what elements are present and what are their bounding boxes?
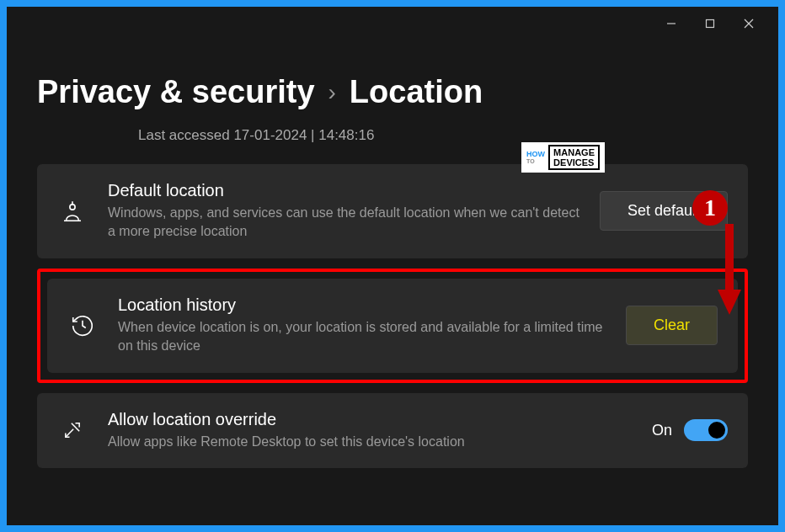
override-toggle[interactable] xyxy=(684,419,728,441)
svg-point-4 xyxy=(70,205,75,210)
breadcrumb-parent[interactable]: Privacy & security xyxy=(37,74,315,110)
toggle-knob xyxy=(708,422,725,439)
settings-window: Privacy & security › Location Last acces… xyxy=(7,7,778,525)
svg-line-6 xyxy=(66,429,73,437)
last-accessed-row: Last accessed 17-01-2024 | 14:48:16 HOW … xyxy=(138,127,748,144)
titlebar xyxy=(7,7,778,40)
location-history-title: Location history xyxy=(118,295,606,315)
location-pin-icon xyxy=(57,196,88,226)
watermark-to: TO xyxy=(526,158,545,164)
svg-marker-9 xyxy=(718,290,741,315)
allow-override-row: Allow location override Allow apps like … xyxy=(37,393,748,468)
svg-rect-8 xyxy=(725,224,734,291)
default-location-text: Default location Windows, apps, and serv… xyxy=(108,181,579,242)
location-history-desc: When device location is on, your locatio… xyxy=(118,318,606,356)
allow-override-title: Allow location override xyxy=(108,410,632,429)
allow-override-desc: Allow apps like Remote Desktop to set th… xyxy=(108,433,632,451)
last-accessed-text: Last accessed 17-01-2024 | 14:48:16 xyxy=(138,127,374,144)
breadcrumb: Privacy & security › Location xyxy=(37,74,748,110)
toggle-state-label: On xyxy=(652,422,672,439)
default-location-desc: Windows, apps, and services can use the … xyxy=(108,204,579,242)
minimize-button[interactable] xyxy=(652,10,691,37)
watermark-line2: DEVICES xyxy=(553,157,595,168)
close-button[interactable] xyxy=(729,10,768,37)
history-icon xyxy=(67,311,98,341)
default-location-row: Default location Windows, apps, and serv… xyxy=(37,164,748,258)
maximize-button[interactable] xyxy=(691,10,729,37)
location-history-row: Location history When device location is… xyxy=(47,279,738,373)
content-area: Privacy & security › Location Last acces… xyxy=(7,74,778,468)
page-title: Location xyxy=(350,74,483,110)
allow-override-text: Allow location override Allow apps like … xyxy=(108,410,632,451)
chevron-right-icon: › xyxy=(328,79,336,106)
location-history-text: Location history When device location is… xyxy=(118,295,606,356)
default-location-title: Default location xyxy=(108,181,579,200)
watermark-badge: HOW TO MANAGE DEVICES xyxy=(521,142,605,173)
watermark-how: HOW xyxy=(526,151,545,158)
annotation-arrow-icon xyxy=(714,224,745,320)
annotation-number-1: 1 xyxy=(692,190,728,226)
watermark-line1: MANAGE xyxy=(553,147,595,157)
override-icon xyxy=(57,415,88,445)
clear-button[interactable]: Clear xyxy=(626,306,718,345)
toggle-container: On xyxy=(652,419,728,441)
svg-rect-1 xyxy=(707,20,714,28)
annotation-highlight: Location history When device location is… xyxy=(37,269,748,383)
